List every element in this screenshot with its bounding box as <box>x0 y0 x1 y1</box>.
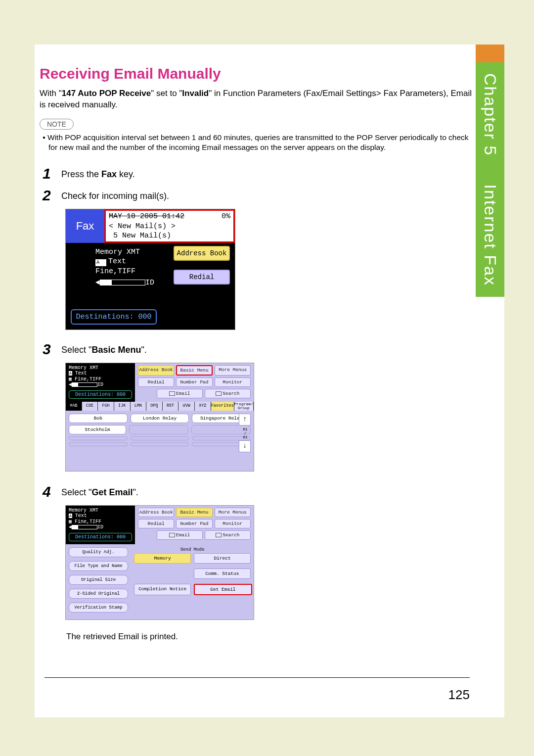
chapter-title: Internet Fax <box>481 185 500 286</box>
tab-program-group[interactable]: Program/ Group <box>234 402 254 411</box>
fax-screenshot-basicmenu: Memory XMT A Text ▦ Fine,TIFF ◄ID Destin… <box>65 363 254 472</box>
envelope-icon <box>169 533 175 537</box>
note-text: With POP acquisition interval set betwee… <box>48 133 475 152</box>
scroll-up-button[interactable]: ↑ <box>239 414 251 425</box>
status-panel: Memory XMT A Text ▦ Fine,TIFF ◄ID Destin… <box>66 363 135 402</box>
file-type-button[interactable]: File Type and Name <box>69 561 128 571</box>
step-number: 1 <box>43 165 61 182</box>
id-bar-icon <box>72 382 97 387</box>
tab-ab[interactable]: #AB <box>66 402 82 411</box>
tab-ijk[interactable]: IJK <box>114 402 131 411</box>
two-sided-button[interactable]: 2-Sided Original <box>69 589 128 599</box>
direct-button[interactable]: Direct <box>194 553 251 564</box>
redial-button[interactable]: Redial <box>138 519 174 528</box>
destinations-button[interactable]: Destinations: 000 <box>69 533 132 541</box>
scroll-down-button[interactable]: ↓ <box>239 440 251 452</box>
book-icon <box>216 391 222 396</box>
email-button[interactable]: Email <box>157 530 203 540</box>
send-mode-label: Send Mode <box>134 547 251 552</box>
monitor-button[interactable]: Monitor <box>215 519 251 528</box>
quality-adj-button[interactable]: Quality Adj. <box>69 547 128 557</box>
destination-entry[interactable]: London Relay <box>131 414 189 423</box>
tab-xyz[interactable]: XYZ <box>195 402 211 411</box>
monitor-button[interactable]: Monitor <box>215 378 251 387</box>
tab-fgh[interactable]: FGH <box>98 402 114 411</box>
fax-screenshot-getemail: Memory XMT A Text ▦ Fine,TIFF ◄ID Destin… <box>65 505 254 620</box>
redial-button[interactable]: Redial <box>174 270 230 284</box>
step-4: 4 Select "Get Email". <box>43 483 475 500</box>
destination-empty <box>129 425 188 434</box>
intro-paragraph: With "147 Auto POP Receive" set to "Inva… <box>40 88 475 111</box>
original-size-button[interactable]: Original Size <box>69 575 128 585</box>
footer-rule <box>44 677 470 678</box>
more-menus-button[interactable]: More Menus <box>215 365 251 376</box>
redial-button[interactable]: Redial <box>138 378 174 387</box>
fax-tab-label: Fax <box>66 209 104 243</box>
number-pad-button[interactable]: Number Pad <box>176 519 212 528</box>
step-text: Press the Fax key. <box>61 165 475 180</box>
address-book-button[interactable]: Address Book <box>138 365 174 376</box>
document-page: Chapter 5 Internet Fax Receiving Email M… <box>35 45 504 717</box>
text-mode-icon: A <box>95 259 106 266</box>
destination-list: Bob London Relay Singapore Relay Stockho… <box>66 411 254 471</box>
side-tab-main: Chapter 5 Internet Fax <box>476 62 504 297</box>
address-book-button[interactable]: Address Book <box>138 508 174 517</box>
chapter-side-text: Chapter 5 Internet Fax <box>481 73 500 286</box>
basic-menu-button[interactable]: Basic Menu <box>176 508 212 517</box>
steps-list: 1 Press the Fax key. 2 Check for incomin… <box>43 165 475 642</box>
page-number: 125 <box>448 687 470 703</box>
fax-newmail-highlight: MAY 10 2005 01:420% < New Mail(s) > 5 Ne… <box>104 209 235 243</box>
search-button[interactable]: Search <box>205 530 251 540</box>
chapter-number: Chapter 5 <box>481 73 500 156</box>
status-panel: Memory XMT A Text ▦ Fine,TIFF ◄ID Destin… <box>66 506 135 544</box>
retrieved-text: The retrieved Email is printed. <box>66 632 475 642</box>
section-heading: Receiving Email Manually <box>40 65 475 82</box>
number-pad-button[interactable]: Number Pad <box>176 378 212 387</box>
step-text: Select "Basic Menu". <box>61 341 475 355</box>
note-badge: NOTE <box>40 119 74 130</box>
step-text: Check for incoming mail(s). <box>61 187 475 201</box>
get-email-button[interactable]: Get Email <box>194 584 252 595</box>
tab-lmn[interactable]: LMN <box>131 402 147 411</box>
id-bar-icon <box>72 525 97 529</box>
destinations-button[interactable]: Destinations: 000 <box>71 309 157 325</box>
id-bar-icon <box>100 280 145 285</box>
chapter-side-tab: Chapter 5 Internet Fax <box>476 45 504 297</box>
email-button[interactable]: Email <box>157 389 203 398</box>
step-number: 2 <box>43 187 61 204</box>
destination-entry[interactable]: Bob <box>69 414 128 423</box>
page-content: Receiving Email Manually With "147 Auto … <box>35 45 504 642</box>
step-2: 2 Check for incoming mail(s). <box>43 187 475 204</box>
fax-screenshot-newmail: Fax MAY 10 2005 01:420% < New Mail(s) > … <box>65 209 235 330</box>
basic-menu-button[interactable]: Basic Menu <box>176 365 213 376</box>
tab-favorites[interactable]: Favorites <box>211 402 234 411</box>
alpha-tabs[interactable]: #AB CDE FGH IJK LMN OPQ RST UVW XYZ Favo… <box>66 402 254 411</box>
more-menus-button[interactable]: More Menus <box>215 508 251 517</box>
step-number: 3 <box>43 341 61 358</box>
side-tab-accent <box>476 45 504 62</box>
envelope-icon <box>169 391 175 396</box>
search-button[interactable]: Search <box>205 389 251 398</box>
book-icon <box>216 533 222 537</box>
tab-rst[interactable]: RST <box>163 402 179 411</box>
step-3: 3 Select "Basic Menu". <box>43 341 475 358</box>
text-mode-icon: A <box>69 514 72 518</box>
text-mode-icon: A <box>69 371 72 376</box>
destinations-button[interactable]: Destinations: 000 <box>69 390 132 399</box>
memory-button[interactable]: Memory <box>134 553 191 564</box>
tab-cde[interactable]: CDE <box>82 402 98 411</box>
comm-status-button[interactable]: Comm. Status <box>194 568 251 579</box>
address-book-button[interactable]: Address Book <box>174 246 230 261</box>
right-option-column: Send Mode Memory Direct Comm. Status Com… <box>131 544 254 619</box>
completion-notice-button[interactable]: Completion Notice <box>134 584 191 595</box>
tab-uvw[interactable]: UVW <box>178 402 195 411</box>
page-indicator: 01 / 01 <box>240 427 251 439</box>
left-option-column: Quality Adj. File Type and Name Original… <box>66 544 131 619</box>
step-text: Select "Get Email". <box>61 483 475 498</box>
destination-entry[interactable]: Stockholm <box>69 425 126 434</box>
step-number: 4 <box>43 483 61 500</box>
step-1: 1 Press the Fax key. <box>43 165 475 182</box>
verification-stamp-button[interactable]: Verification Stamp <box>69 603 128 613</box>
tab-opq[interactable]: OPQ <box>146 402 163 411</box>
